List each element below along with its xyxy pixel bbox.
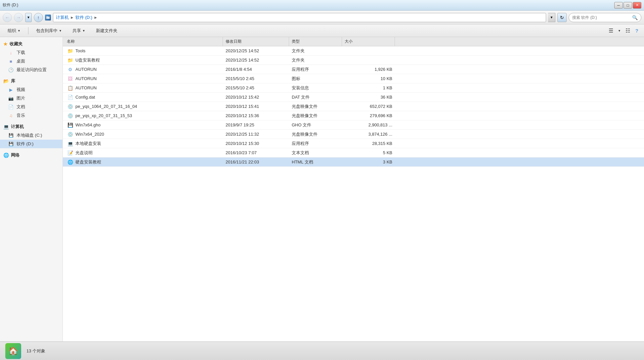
file-cell-name: 📄 Config.dat	[64, 94, 223, 101]
minimize-button[interactable]: ─	[614, 2, 623, 9]
sidebar-item-ddrive[interactable]: 💾 软件 (D:)	[0, 140, 63, 148]
app-icon: 🏠	[5, 343, 21, 359]
file-cell-name: 📁 U盘安装教程	[64, 57, 223, 64]
table-row[interactable]: 📁 U盘安装教程 2020/12/25 14:52 文件夹	[63, 56, 644, 65]
sidebar-header-favorites[interactable]: ★ 收藏夹	[0, 40, 63, 48]
file-cell-size: 5 KB	[342, 150, 395, 155]
search-input[interactable]	[572, 15, 630, 20]
sidebar-header-computer[interactable]: 💻 计算机	[0, 122, 63, 131]
view-dropdown-button[interactable]: ▼	[616, 26, 623, 35]
file-cell-date: 2019/9/7 19:25	[223, 122, 289, 127]
file-type-icon: 🌐	[67, 159, 73, 165]
file-type-icon: 📁	[67, 57, 73, 64]
file-type-icon: 📋	[67, 85, 73, 91]
table-row[interactable]: 🌐 硬盘安装教程 2016/11/21 22:03 HTML 文档 3 KB	[63, 158, 644, 167]
back-button[interactable]: ←	[3, 13, 12, 22]
table-row[interactable]: 📝 光盘说明 2016/10/23 7:07 文本文档 5 KB	[63, 148, 644, 158]
file-cell-date: 2015/5/10 2:45	[223, 85, 289, 90]
file-cell-size: 2,900,813 ...	[342, 122, 395, 127]
sidebar-header-library[interactable]: 📂 库	[0, 77, 63, 85]
table-row[interactable]: 🖼 AUTORUN 2015/5/10 2:45 图标 10 KB	[63, 74, 644, 83]
table-row[interactable]: ⚙ AUTORUN 2016/1/8 4:54 应用程序 1,926 KB	[63, 65, 644, 74]
file-cell-date: 2016/1/8 4:54	[223, 67, 289, 72]
sidebar-item-desktop[interactable]: ■ 桌面	[0, 57, 63, 66]
file-cell-type: 光盘映像文件	[289, 113, 342, 119]
status-bar: 🏠 13 个对象	[0, 341, 644, 360]
forward-button[interactable]: →	[14, 13, 23, 22]
table-row[interactable]: 📁 Tools 2020/12/25 14:52 文件夹	[63, 46, 644, 56]
network-label: 网络	[11, 152, 20, 158]
address-dropdown-button[interactable]: ▼	[548, 13, 555, 22]
file-cell-size: 36 KB	[342, 95, 395, 100]
file-list: 📁 Tools 2020/12/25 14:52 文件夹 📁 U盘安装教程 20…	[63, 46, 644, 341]
video-label: 视频	[17, 87, 25, 93]
organize-button[interactable]: 组织 ▼	[3, 26, 25, 35]
view-toggle-button[interactable]: ☰	[606, 26, 616, 35]
col-header-size[interactable]: 大小	[342, 37, 395, 46]
sidebar-header-network[interactable]: 🌐 网络	[0, 151, 63, 159]
file-cell-type: 文件夹	[289, 57, 342, 63]
file-type-icon: ⚙	[67, 66, 73, 73]
table-row[interactable]: 📄 Config.dat 2020/10/12 15:42 DAT 文件 36 …	[63, 93, 644, 102]
download-label: 下载	[17, 50, 25, 56]
table-row[interactable]: 📋 AUTORUN 2015/5/10 2:45 安装信息 1 KB	[63, 83, 644, 93]
breadcrumb-drive[interactable]: 软件 (D:)	[75, 15, 92, 21]
file-cell-name: 🖼 AUTORUN	[64, 75, 223, 82]
sidebar-item-recent[interactable]: 🕑 最近访问的位置	[0, 66, 63, 74]
include-library-button[interactable]: 包含到库中 ▼	[32, 26, 66, 35]
view-icon: ☰	[609, 27, 613, 34]
col-header-type[interactable]: 类型	[289, 37, 342, 46]
help-icon: ?	[635, 28, 638, 33]
table-row[interactable]: 💿 Win7x64_2020 2020/12/25 11:32 光盘映像文件 3…	[63, 130, 644, 139]
ddrive-icon: 💾	[8, 141, 14, 147]
file-cell-date: 2015/5/10 2:45	[223, 76, 289, 81]
file-cell-type: 应用程序	[289, 141, 342, 147]
search-icon[interactable]: 🔍	[632, 15, 638, 20]
col-header-name[interactable]: 名称	[64, 37, 223, 46]
recent-locations-button[interactable]: ▼	[25, 13, 32, 22]
file-cell-size: 279,696 KB	[342, 113, 395, 118]
ddrive-label: 软件 (D:)	[17, 141, 33, 147]
library-icon: 📂	[3, 78, 9, 84]
refresh-button[interactable]: ↻	[557, 13, 567, 22]
table-row[interactable]: 💿 pe_yqs_1064_20_07_31_16_04 2020/10/12 …	[63, 102, 644, 111]
doc-icon: 📄	[8, 104, 14, 110]
toolbar: 组织 ▼ 包含到库中 ▼ 共享 ▼ 新建文件夹 ☰ ▼ ☷ ?	[0, 24, 644, 37]
favorites-icon: ★	[3, 41, 8, 47]
file-cell-name: 💿 pe_yqs_xp_20_07_31_15_53	[64, 112, 223, 119]
address-path[interactable]: 计算机 ► 软件 (D:) ►	[53, 13, 546, 22]
sidebar-item-video[interactable]: ▶ 视频	[0, 85, 63, 94]
recent-label: 最近访问的位置	[17, 67, 47, 73]
file-cell-date: 2020/10/12 15:30	[223, 141, 289, 146]
table-row[interactable]: 💾 Win7x64.gho 2019/9/7 19:25 GHO 文件 2,90…	[63, 120, 644, 130]
sidebar-item-doc[interactable]: 📄 文档	[0, 103, 63, 111]
up-button[interactable]: ↑	[34, 13, 43, 22]
new-folder-button[interactable]: 新建文件夹	[92, 26, 122, 35]
title-bar: 软件 (D:) ─ □ ✕	[0, 0, 644, 11]
sidebar-item-download[interactable]: ↓ 下载	[0, 48, 63, 57]
sidebar-section-network: 🌐 网络	[0, 151, 63, 159]
cdrive-icon: 💾	[8, 132, 14, 138]
close-button[interactable]: ✕	[633, 2, 641, 9]
status-count: 13 个对象	[26, 348, 45, 354]
sidebar-item-cdrive[interactable]: 💾 本地磁盘 (C:)	[0, 131, 63, 140]
share-button[interactable]: 共享 ▼	[68, 26, 90, 35]
file-cell-name: 📁 Tools	[64, 48, 223, 54]
maximize-button[interactable]: □	[623, 2, 632, 9]
col-header-date[interactable]: 修改日期	[223, 37, 289, 46]
download-icon: ↓	[8, 50, 14, 56]
sidebar-item-image[interactable]: 📷 图片	[0, 94, 63, 103]
file-type-icon: 📝	[67, 150, 73, 156]
breadcrumb-computer[interactable]: 计算机	[56, 15, 69, 21]
view-list-button[interactable]: ☷	[623, 26, 632, 35]
table-row[interactable]: 💻 本地硬盘安装 2020/10/12 15:30 应用程序 28,315 KB	[63, 139, 644, 148]
file-cell-name: 💻 本地硬盘安装	[64, 140, 223, 147]
title-bar-controls: ─ □ ✕	[614, 2, 641, 9]
sidebar-item-music[interactable]: ♫ 音乐	[0, 111, 63, 120]
help-button[interactable]: ?	[633, 26, 641, 35]
file-cell-date: 2016/10/23 7:07	[223, 150, 289, 155]
breadcrumb-sep2: ►	[94, 15, 98, 20]
file-cell-size: 1,926 KB	[342, 67, 395, 72]
file-cell-type: HTML 文档	[289, 159, 342, 165]
table-row[interactable]: 💿 pe_yqs_xp_20_07_31_15_53 2020/10/12 15…	[63, 111, 644, 120]
